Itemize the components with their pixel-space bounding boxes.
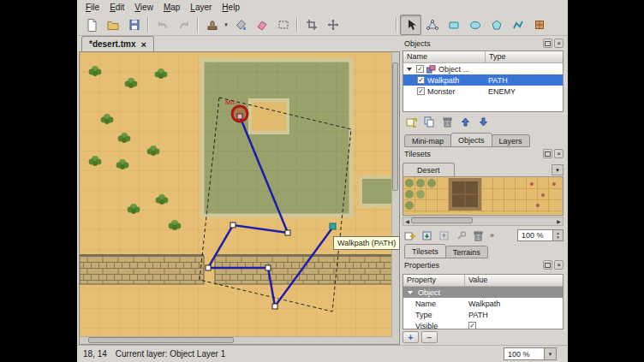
bucket-fill-button[interactable]	[230, 15, 251, 35]
insert-tile-button[interactable]	[528, 15, 550, 35]
open-file-button[interactable]	[102, 15, 123, 35]
tab-tilesets[interactable]: Tilesets	[404, 244, 446, 258]
crop-button[interactable]	[301, 15, 322, 35]
close-dock-button[interactable]: ×	[554, 149, 564, 158]
menu-edit[interactable]: Edit	[104, 2, 129, 13]
property-type-value[interactable]: PATH	[465, 311, 563, 319]
edit-polygons-button[interactable]	[421, 15, 443, 35]
tileset-tab-desert[interactable]: Desert	[402, 163, 455, 176]
visible-checkbox[interactable]	[468, 322, 476, 329]
insert-rectangle-button[interactable]	[443, 15, 464, 35]
monster-marker[interactable]	[232, 106, 247, 122]
stamp-brush-button[interactable]	[201, 15, 223, 35]
map-vertical-scrollbar[interactable]	[391, 52, 399, 337]
property-row-visible[interactable]: Visible	[403, 320, 563, 329]
map-canvas[interactable]: Mo...	[80, 52, 393, 337]
remove-tileset-button[interactable]	[471, 229, 486, 242]
toolbar-overflow-button[interactable]: »	[488, 231, 496, 240]
redo-button[interactable]	[173, 15, 194, 35]
map-canvas-viewport[interactable]: Mo...	[79, 51, 400, 345]
layer-visible-checkbox[interactable]	[416, 65, 424, 73]
property-group-object[interactable]: Object	[403, 287, 563, 298]
object-layer-name: Object ...	[438, 65, 469, 74]
property-group-label: Object	[418, 288, 440, 297]
tileset-scrollbar[interactable]: ◀ ▶	[402, 217, 564, 226]
walkpath-visible-checkbox[interactable]	[417, 76, 425, 84]
object-layer-row[interactable]: Object ...	[403, 63, 563, 74]
crop-icon	[305, 18, 319, 32]
column-header-value[interactable]: Value	[465, 275, 563, 287]
undo-button[interactable]	[152, 15, 173, 35]
horizontal-scroll-thumb[interactable]	[88, 337, 234, 343]
tiled-app-window: File Edit View Map Layer Help ▼	[77, 0, 568, 362]
map-horizontal-scrollbar[interactable]	[80, 336, 392, 344]
float-dock-button[interactable]	[543, 260, 552, 270]
walkpath-object-row[interactable]: Walkpath PATH	[403, 74, 563, 86]
column-header-property[interactable]: Property	[403, 275, 465, 287]
property-row-name[interactable]: Name Walkpath	[403, 298, 563, 309]
add-layer-icon	[406, 116, 417, 128]
menu-help[interactable]: Help	[217, 2, 245, 13]
save-file-button[interactable]	[123, 15, 145, 35]
tileset-properties-button[interactable]	[454, 229, 468, 242]
monster-visible-checkbox[interactable]	[417, 87, 425, 95]
column-header-name[interactable]: Name	[403, 51, 486, 63]
zoom-dropdown-arrow[interactable]: ▼	[544, 348, 556, 359]
column-header-type[interactable]: Type	[486, 51, 563, 63]
tab-close-icon[interactable]: ×	[140, 40, 146, 49]
zoom-combobox[interactable]: 100 % ▼	[504, 347, 557, 360]
float-dock-button[interactable]	[543, 149, 552, 158]
close-dock-button[interactable]: ×	[554, 39, 564, 48]
zoom-spinner[interactable]: ▴▾	[552, 230, 563, 240]
new-map-button[interactable]	[80, 15, 102, 35]
duplicate-objects-button[interactable]	[422, 116, 437, 128]
menu-layer[interactable]: Layer	[185, 2, 217, 13]
tab-layers[interactable]: Layers	[492, 134, 530, 147]
float-dock-button[interactable]	[543, 39, 552, 48]
monster-object-row[interactable]: Monster ENEMY	[403, 86, 563, 97]
remove-object-button[interactable]	[440, 116, 455, 128]
tileset-image[interactable]	[403, 177, 563, 213]
remove-property-button[interactable]: −	[421, 331, 438, 343]
property-name-value[interactable]: Walkpath	[465, 300, 563, 308]
spin-down-icon[interactable]: ▾	[557, 235, 559, 240]
tab-mini-map[interactable]: Mini-map	[404, 134, 451, 147]
tileset-view[interactable]	[402, 177, 564, 216]
tab-terrains[interactable]: Terrains	[445, 246, 488, 258]
export-tileset-button[interactable]	[437, 229, 451, 242]
tileset-zoom-value: 100 %	[518, 231, 552, 240]
add-object-layer-button[interactable]	[404, 116, 419, 128]
expander-icon[interactable]	[408, 291, 413, 294]
eraser-button[interactable]	[251, 15, 272, 35]
properties-actions: + −	[402, 329, 564, 345]
close-dock-button[interactable]: ×	[554, 260, 564, 270]
insert-polygon-button[interactable]	[486, 15, 507, 35]
menu-view[interactable]: View	[129, 2, 158, 13]
select-objects-button[interactable]	[400, 15, 421, 35]
selected-node[interactable]	[330, 223, 336, 229]
import-tileset-button[interactable]	[420, 229, 434, 242]
insert-polyline-button[interactable]	[507, 15, 528, 35]
tab-objects[interactable]: Objects	[450, 133, 492, 147]
raise-object-button[interactable]	[458, 116, 473, 128]
menu-file[interactable]: File	[80, 2, 104, 13]
add-property-button[interactable]: +	[402, 331, 419, 343]
vertical-scroll-thumb[interactable]	[392, 62, 398, 191]
tileset-zoom-combobox[interactable]: 100 % ▴▾	[517, 229, 564, 241]
expander-icon[interactable]	[407, 68, 412, 71]
scroll-left-arrow[interactable]: ◀	[403, 218, 411, 224]
scroll-right-arrow[interactable]: ▶	[555, 218, 563, 224]
stamp-dropdown-arrow[interactable]: ▼	[223, 22, 230, 27]
new-tileset-button[interactable]	[402, 229, 417, 242]
insert-ellipse-button[interactable]	[464, 15, 486, 35]
property-row-type[interactable]: Type PATH	[403, 309, 563, 320]
offset-map-button[interactable]	[322, 15, 343, 35]
document-tab-desert[interactable]: *desert.tmx ×	[81, 36, 154, 51]
tilesets-dock-toolbar: » 100 % ▴▾	[402, 226, 564, 243]
tileset-scroll-thumb[interactable]	[411, 217, 473, 223]
menu-map[interactable]: Map	[158, 2, 185, 13]
tile-position: 18, 14	[83, 349, 107, 359]
tileset-dropdown-arrow[interactable]: ▼	[552, 164, 564, 175]
lower-object-button[interactable]	[476, 116, 491, 128]
rectangular-select-button[interactable]	[272, 15, 294, 35]
